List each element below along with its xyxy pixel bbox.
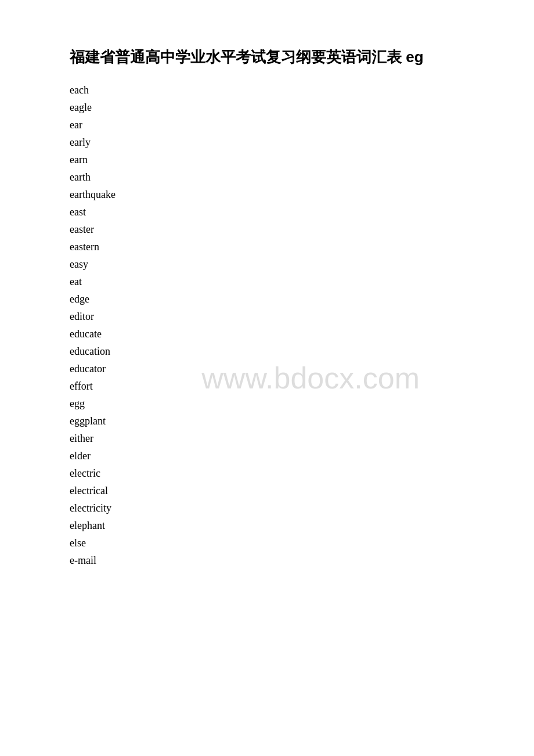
list-item: editor bbox=[70, 311, 476, 322]
list-item: either bbox=[70, 433, 476, 444]
list-item: easy bbox=[70, 259, 476, 269]
list-item: electrical bbox=[70, 485, 476, 496]
list-item: earth bbox=[70, 172, 476, 182]
list-item: ear bbox=[70, 120, 476, 130]
page-title: 福建省普通高中学业水平考试复习纲要英语词汇表 eg bbox=[70, 46, 476, 67]
list-item: e-mail bbox=[70, 555, 476, 566]
list-item: each bbox=[70, 85, 476, 95]
list-item: educator bbox=[70, 363, 476, 374]
list-item: else bbox=[70, 538, 476, 548]
list-item: elder bbox=[70, 451, 476, 461]
list-item: eastern bbox=[70, 242, 476, 252]
word-list: eacheagleearearlyearnearthearthquakeeast… bbox=[70, 85, 476, 566]
list-item: elephant bbox=[70, 520, 476, 531]
list-item: effort bbox=[70, 381, 476, 391]
list-item: electric bbox=[70, 468, 476, 478]
list-item: educate bbox=[70, 329, 476, 339]
list-item: earthquake bbox=[70, 189, 476, 200]
list-item: eat bbox=[70, 276, 476, 287]
list-item: earn bbox=[70, 154, 476, 165]
list-item: early bbox=[70, 137, 476, 147]
list-item: easter bbox=[70, 224, 476, 235]
list-item: electricity bbox=[70, 503, 476, 513]
list-item: eagle bbox=[70, 102, 476, 113]
list-item: education bbox=[70, 346, 476, 357]
list-item: egg bbox=[70, 398, 476, 409]
list-item: edge bbox=[70, 294, 476, 304]
list-item: eggplant bbox=[70, 416, 476, 426]
list-item: east bbox=[70, 207, 476, 217]
